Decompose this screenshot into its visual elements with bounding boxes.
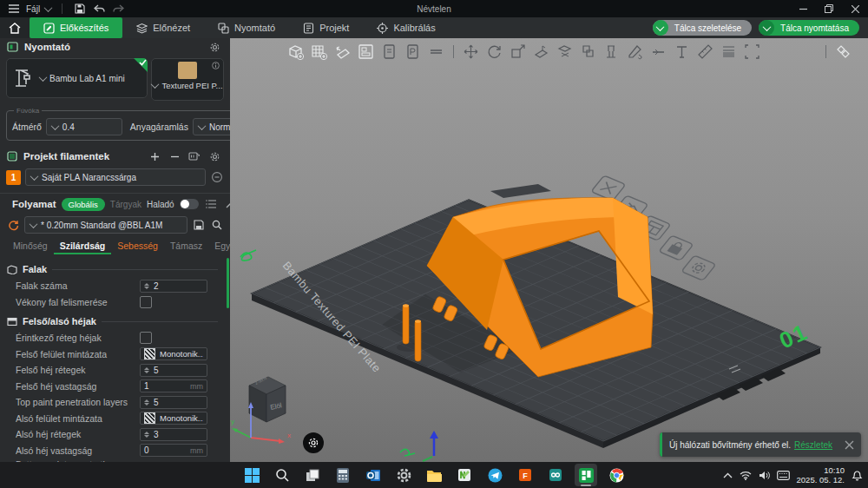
bottom-surface-pattern-dropdown[interactable]: Monotonik... [140,412,207,425]
flatten-tool-icon[interactable] [532,43,550,61]
measure-tool-icon[interactable] [696,43,714,61]
wifi-icon[interactable] [740,471,752,480]
import-project-icon[interactable] [404,43,422,61]
pdf-app-icon[interactable]: F [514,464,536,486]
bottom-shell-layers-spinner[interactable]: 3 [140,428,207,441]
tab-calibration[interactable]: Kalibrálás [363,17,449,38]
parameter-list-icon[interactable] [204,197,218,211]
top-shell-layers-spinner[interactable]: 5 [140,364,207,377]
plate-dropdown-chevron-icon[interactable] [151,80,160,89]
interface-shells-checkbox[interactable] [140,332,152,344]
notification-bell-icon[interactable] [852,469,863,481]
arrange-icon[interactable] [357,43,375,61]
bottom-shell-thickness-input[interactable]: 0mm [140,444,207,457]
text-tool-icon[interactable] [673,43,691,61]
color-paint-icon[interactable] [626,43,644,61]
plate-info-icon[interactable] [212,62,220,69]
maximize-button[interactable] [816,0,842,17]
chrome-icon[interactable] [605,464,628,486]
hamburger-menu-icon[interactable] [7,2,21,16]
redo-icon[interactable] [111,2,125,16]
tray-clock[interactable]: 10:10 2025. 05. 12. [797,465,845,485]
file-explorer-icon[interactable] [423,464,445,486]
tab-strength[interactable]: Szilárdság [54,241,112,254]
teal-app-icon[interactable] [544,464,567,486]
add-plate-icon[interactable] [310,43,328,61]
taskbar-search-icon[interactable] [271,464,293,486]
diameter-dropdown[interactable]: 0.4 [46,118,122,135]
move-tool-icon[interactable] [462,43,480,61]
scope-objects[interactable]: Tárgyak [110,200,141,209]
task-view-icon[interactable] [301,464,324,486]
delete-plate-icon[interactable] [591,175,626,201]
tab-support[interactable]: Támasz [164,241,208,254]
import-file-icon[interactable] [380,43,398,61]
save-icon[interactable] [73,2,87,16]
plate-type-selector-card[interactable]: Textured PEI P... [151,58,224,101]
thin-wall-checkbox[interactable] [140,296,152,308]
filament-slot-color[interactable]: 1 [6,170,21,185]
outlook-icon[interactable] [362,464,385,486]
print-dropdown-icon[interactable] [759,20,774,36]
search-settings-icon[interactable] [210,218,224,232]
scene-3d[interactable]: Bambu Textured PEI Plate 01 [230,38,868,462]
reset-preset-icon[interactable] [6,218,20,232]
calculator-icon[interactable] [332,464,354,486]
navigation-cube[interactable]: Elöl z-axis y x [231,375,291,444]
telegram-icon[interactable] [483,464,506,486]
settings-app-icon[interactable] [392,464,415,486]
assembly-view-icon[interactable] [834,43,852,61]
selection-frame-icon[interactable] [743,43,761,61]
filament-dropdown[interactable]: Saját PLA Narancssárga [25,168,206,186]
undo-icon[interactable] [92,2,106,16]
viewport-3d[interactable]: Bambu Textured PEI Plate 01 [230,38,868,462]
save-preset-icon[interactable] [192,218,206,232]
seam-paint-icon[interactable] [649,43,667,61]
notepad-plus-plus-icon[interactable] [453,464,476,486]
plate-settings-icon[interactable] [681,255,716,280]
support-paint-icon[interactable] [602,43,621,61]
settings-scrollbar[interactable] [227,258,229,308]
notification-close-icon[interactable] [845,440,854,450]
cut-tool-icon[interactable] [556,43,574,61]
rotate-tool-icon[interactable] [485,43,503,61]
remove-filament-icon[interactable] [168,149,181,163]
start-button[interactable] [240,464,263,486]
scope-global-pill[interactable]: Globális [62,198,105,211]
minus-tool-icon[interactable] [427,43,445,61]
slice-plate-button[interactable]: Tálca szeletelése [653,20,752,36]
file-menu[interactable]: Fájl [26,4,40,14]
printer-dropdown-chevron-icon[interactable] [39,73,48,82]
tune-wand-icon[interactable] [223,197,230,211]
notification-details-link[interactable]: Részletek [794,440,832,450]
home-button[interactable] [0,17,30,38]
add-filament-icon[interactable] [148,149,161,163]
add-object-icon[interactable] [286,43,305,61]
auto-orient-icon[interactable] [333,43,352,61]
tab-speed[interactable]: Sebesség [111,241,164,254]
touch-keyboard-icon[interactable] [777,471,790,480]
tab-project[interactable]: Projekt [289,17,363,38]
tab-preview[interactable]: Előnézet [122,17,204,38]
tray-chevron-up-icon[interactable] [723,472,733,478]
scale-tool-icon[interactable] [509,43,527,61]
tab-prepare[interactable]: Előkészítés [30,17,122,38]
view-settings-button[interactable] [303,432,324,453]
advanced-toggle[interactable] [180,199,199,209]
tab-quality[interactable]: Minőség [7,241,54,254]
top-shell-thickness-input[interactable]: 1mm [140,379,207,392]
print-plate-button[interactable]: Tálca nyomtatása [759,20,859,36]
printer-selector-card[interactable]: Bambu Lab A1 mini [6,58,148,98]
filament-settings-gear-icon[interactable] [207,149,221,163]
process-preset-dropdown[interactable]: * 0.20mm Standard @BBL A1M [24,216,187,234]
tab-others[interactable]: Egyéb [208,241,230,254]
volume-icon[interactable] [759,471,770,480]
slice-dropdown-icon[interactable] [653,20,668,36]
flow-dropdown[interactable]: Normál [193,118,230,135]
top-paint-penetration-spinner[interactable]: 5 [140,396,207,409]
lock-plate-icon[interactable] [659,235,694,260]
top-surface-pattern-dropdown[interactable]: Monotonik... [140,347,207,360]
wall-loops-spinner[interactable]: 2 [140,280,207,293]
delete-filament-icon[interactable] [210,170,224,184]
minimize-button[interactable] [790,0,816,17]
